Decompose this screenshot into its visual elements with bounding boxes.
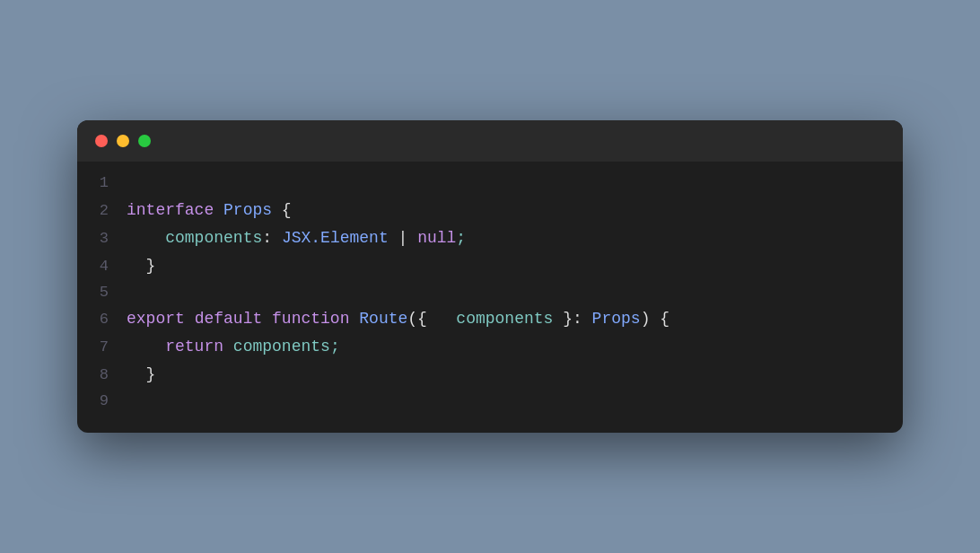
code-editor: 1 2 interface Props { 3 components: JSX.… — [77, 162, 903, 433]
keyword-export: export — [127, 310, 185, 328]
space — [389, 229, 398, 247]
type-props: Props — [223, 201, 272, 219]
prop-components: components — [165, 229, 262, 247]
pipe: | — [398, 229, 408, 247]
code-line-9: 9 — [77, 389, 903, 415]
line-content: } — [127, 252, 903, 280]
open-paren: ({ — [407, 310, 427, 328]
type-props-ref: Props — [592, 310, 641, 328]
keyword-interface: interface — [127, 201, 214, 219]
space — [272, 229, 282, 247]
param-components: components — [456, 310, 553, 328]
line-number: 3 — [77, 226, 127, 252]
semicolon: ; — [330, 338, 340, 356]
code-line-3: 3 components: JSX.Element | null; — [77, 224, 903, 252]
code-line-8: 8 } — [77, 361, 903, 389]
space — [650, 310, 660, 328]
close-paren: ) — [641, 310, 651, 328]
keyword-default: default — [195, 310, 263, 328]
keyword-null: null — [417, 229, 456, 247]
colon: : — [262, 229, 272, 247]
space — [185, 310, 195, 328]
code-line-2: 2 interface Props { — [77, 197, 903, 224]
line-content: interface Props { — [127, 197, 903, 224]
space — [272, 201, 282, 219]
space — [349, 310, 359, 328]
line-content: export default function Route({ componen… — [127, 305, 903, 333]
code-line-7: 7 return components; — [77, 333, 903, 361]
code-line-1: 1 — [77, 171, 903, 197]
close-button[interactable] — [95, 135, 108, 147]
close-destructure: } — [563, 310, 573, 328]
space — [427, 310, 456, 328]
code-window: 1 2 interface Props { 3 components: JSX.… — [77, 120, 903, 433]
line-number: 8 — [77, 363, 127, 389]
line-number: 2 — [77, 198, 127, 224]
semicolon: ; — [456, 229, 466, 247]
space — [214, 201, 223, 219]
space — [582, 310, 592, 328]
line-content: components: JSX.Element | null; — [127, 224, 903, 252]
line-number: 1 — [77, 171, 127, 197]
indent — [127, 338, 165, 356]
line-number: 7 — [77, 335, 127, 361]
indent — [127, 229, 165, 247]
line-number: 4 — [77, 254, 127, 280]
colon: : — [573, 310, 582, 328]
keyword-return: return — [165, 338, 223, 356]
code-line-6: 6 export default function Route({ compon… — [77, 305, 903, 333]
open-fn-brace: { — [660, 310, 669, 328]
titlebar — [77, 120, 903, 162]
open-brace: { — [282, 201, 292, 219]
code-line-5: 5 — [77, 280, 903, 306]
function-name-route: Route — [359, 310, 407, 328]
space — [407, 229, 417, 247]
return-components: components — [233, 338, 330, 356]
keyword-function: function — [272, 310, 349, 328]
line-content: } — [127, 361, 903, 389]
type-jsx: JSX.Element — [282, 229, 389, 247]
minimize-button[interactable] — [117, 135, 129, 147]
space — [262, 310, 272, 328]
line-number: 9 — [77, 389, 127, 415]
space — [553, 310, 563, 328]
line-number: 6 — [77, 307, 127, 333]
space — [223, 338, 233, 356]
code-line-4: 4 } — [77, 252, 903, 280]
line-content: return components; — [127, 333, 903, 361]
maximize-button[interactable] — [138, 135, 151, 147]
close-fn-brace: } — [127, 365, 155, 383]
line-number: 5 — [77, 280, 127, 306]
close-brace: } — [127, 257, 155, 275]
